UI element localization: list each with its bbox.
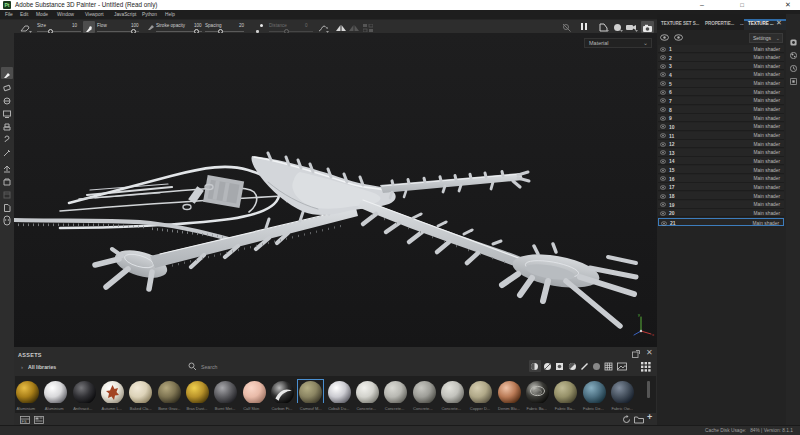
svg-text:FS: FS [22, 418, 27, 423]
svg-text:x: x [652, 332, 654, 337]
svg-text:y: y [638, 312, 640, 317]
